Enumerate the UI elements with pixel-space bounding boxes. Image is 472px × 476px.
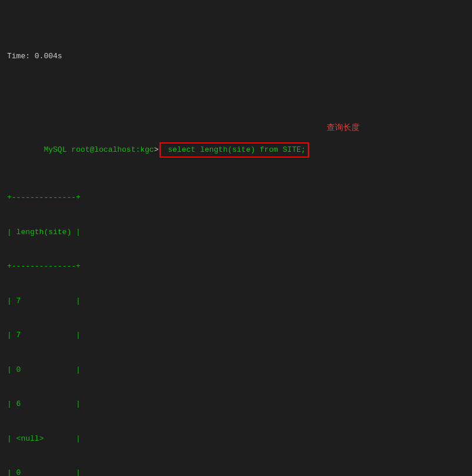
table-row: | <null> | (7, 433, 309, 445)
table-border-1a: +--------------+ (7, 192, 309, 204)
line-time1: Time: 0.004s (7, 51, 465, 62)
cmd-length-line: MySQL root@localhost:kgc> select length(… (7, 131, 309, 169)
table-row: | 6 | (7, 398, 309, 410)
terminal: Time: 0.004s MySQL root@localhost:kgc> s… (7, 5, 465, 476)
table-border-1b: +--------------+ (7, 261, 309, 272)
annotation-length: 查询长度 (309, 121, 360, 134)
table-row: | 0 | (7, 364, 309, 376)
table-row: | 0 | (7, 467, 309, 476)
cmd-length-box: select length(site) from SITE; (159, 142, 309, 158)
prompt-1: MySQL root@localhost:kgc (44, 145, 154, 154)
block-length-left: MySQL root@localhost:kgc> select length(… (7, 108, 309, 477)
table-header-1: | length(site) | (7, 227, 309, 238)
block-length: MySQL root@localhost:kgc> select length(… (7, 108, 465, 477)
table-row: | 7 | (7, 295, 309, 307)
table-row: | 7 | (7, 329, 309, 341)
